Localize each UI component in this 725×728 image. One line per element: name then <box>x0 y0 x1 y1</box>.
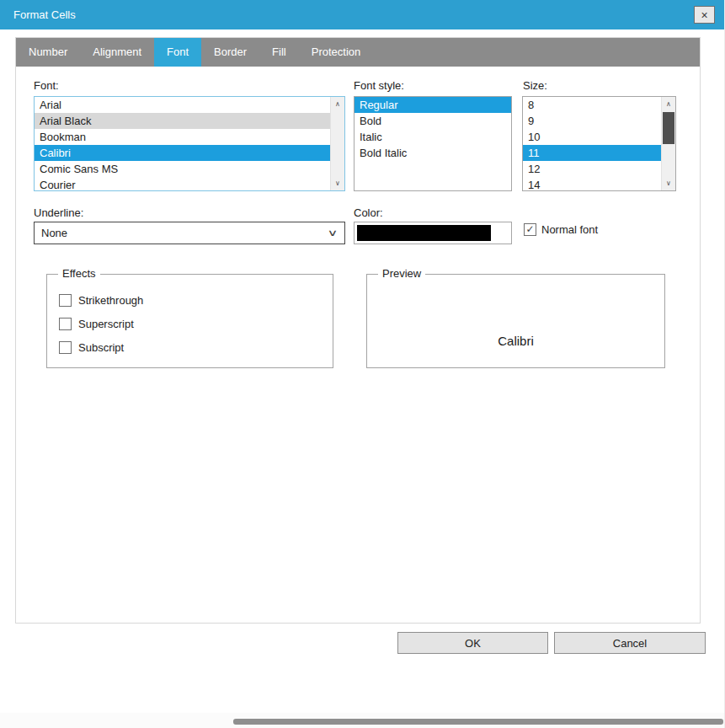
checkbox-unchecked-icon[interactable] <box>59 341 72 354</box>
size-item-8[interactable]: 8 <box>523 97 661 113</box>
font-item-arial[interactable]: Arial <box>35 97 330 113</box>
underline-select[interactable]: None ∨ <box>34 222 345 244</box>
tab-font[interactable]: Font <box>154 38 201 67</box>
checkbox-unchecked-icon[interactable] <box>59 294 72 307</box>
font-listbox[interactable]: Arial Arial Black Bookman Calibri Comic … <box>34 96 345 191</box>
underline-value: None <box>41 227 67 239</box>
preview-legend: Preview <box>378 267 425 280</box>
color-picker[interactable] <box>354 222 512 244</box>
superscript-label: Superscript <box>78 318 134 330</box>
scroll-up-icon[interactable]: ∧ <box>662 97 675 111</box>
style-item-bold[interactable]: Bold <box>355 113 511 129</box>
tab-border[interactable]: Border <box>201 38 259 67</box>
font-item-arial-black[interactable]: Arial Black <box>35 113 330 129</box>
checkbox-unchecked-icon[interactable] <box>59 318 72 330</box>
checkbox-checked-icon[interactable]: ✓ <box>524 223 536 236</box>
style-item-italic[interactable]: Italic <box>355 129 511 145</box>
font-label: Font: <box>34 79 59 92</box>
tab-protection[interactable]: Protection <box>299 38 374 67</box>
font-style-list-items: Regular Bold Italic Bold Italic <box>355 97 511 161</box>
subscript-checkbox[interactable]: Subscript <box>59 341 124 354</box>
horizontal-scrollbar-thumb[interactable] <box>233 719 723 725</box>
strikethrough-checkbox[interactable]: Strikethrough <box>59 294 143 307</box>
scroll-down-icon[interactable]: ∨ <box>662 176 675 190</box>
close-icon: × <box>701 8 707 22</box>
effects-group: Effects Strikethrough Superscript Subscr… <box>46 274 333 368</box>
strikethrough-label: Strikethrough <box>78 294 143 307</box>
color-label: Color: <box>354 206 383 219</box>
ok-button[interactable]: OK <box>397 632 548 654</box>
format-cells-dialog: Format Cells × Number Alignment Font Bor… <box>0 0 725 728</box>
size-listbox[interactable]: 8 9 10 11 12 14 ∧ ∨ <box>522 96 676 191</box>
font-item-bookman[interactable]: Bookman <box>35 129 330 145</box>
size-item-11[interactable]: 11 <box>523 145 661 161</box>
scroll-down-icon[interactable]: ∨ <box>331 176 344 190</box>
font-style-listbox[interactable]: Regular Bold Italic Bold Italic <box>354 96 512 191</box>
size-label: Size: <box>523 79 547 92</box>
size-item-10[interactable]: 10 <box>523 129 661 145</box>
scrollbar-thumb[interactable] <box>663 112 674 144</box>
subscript-label: Subscript <box>78 341 124 354</box>
cancel-button[interactable]: Cancel <box>554 632 706 654</box>
underline-label: Underline: <box>34 206 83 219</box>
effects-legend: Effects <box>58 267 100 280</box>
scroll-up-icon[interactable]: ∧ <box>331 97 344 111</box>
normal-font-checkbox[interactable]: ✓ Normal font <box>524 223 598 236</box>
size-item-9[interactable]: 9 <box>523 113 661 129</box>
preview-sample-text: Calibri <box>367 334 664 348</box>
size-list-scrollbar[interactable]: ∧ ∨ <box>661 97 675 190</box>
normal-font-label: Normal font <box>541 223 598 236</box>
dialog-titlebar: Format Cells <box>0 0 725 29</box>
tab-number[interactable]: Number <box>16 38 80 67</box>
font-list-items: Arial Arial Black Bookman Calibri Comic … <box>35 97 330 191</box>
tab-fill[interactable]: Fill <box>259 38 299 67</box>
font-item-comic-sans[interactable]: Comic Sans MS <box>35 161 330 177</box>
close-button[interactable]: × <box>694 6 715 24</box>
font-item-courier[interactable]: Courier <box>35 177 330 191</box>
size-item-12[interactable]: 12 <box>523 161 661 177</box>
size-item-14[interactable]: 14 <box>523 177 661 191</box>
font-style-label: Font style: <box>354 79 404 92</box>
dialog-title: Format Cells <box>13 8 76 21</box>
check-icon: ✓ <box>525 224 534 234</box>
font-list-scrollbar[interactable]: ∧ ∨ <box>330 97 344 190</box>
tab-strip: Number Alignment Font Border Fill Protec… <box>16 38 700 67</box>
font-item-calibri[interactable]: Calibri <box>35 145 330 161</box>
superscript-checkbox[interactable]: Superscript <box>59 318 134 330</box>
page-horizontal-scrollbar <box>0 713 725 728</box>
chevron-down-icon: ∨ <box>328 228 339 238</box>
tab-alignment[interactable]: Alignment <box>80 38 154 67</box>
size-list-items: 8 9 10 11 12 14 <box>523 97 661 191</box>
style-item-regular[interactable]: Regular <box>355 97 511 113</box>
style-item-bold-italic[interactable]: Bold Italic <box>355 145 511 161</box>
color-swatch <box>357 225 491 241</box>
preview-group: Preview Calibri <box>366 274 665 368</box>
